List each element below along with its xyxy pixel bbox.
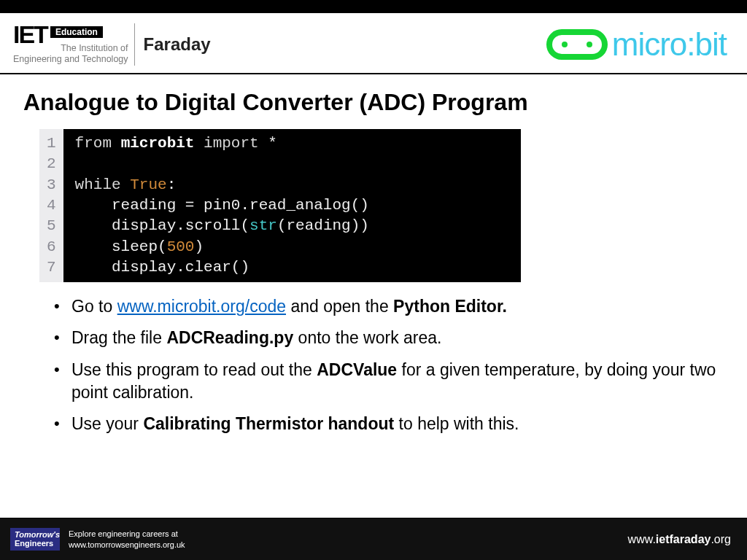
fn-str: str	[249, 217, 277, 234]
footer-left: Tomorrow's Engineers Explore engineering…	[10, 528, 185, 551]
te-url: www.tomorrowsengineers.org.uk	[69, 540, 185, 550]
text: onto the work area.	[293, 328, 441, 347]
code-line-5b: (reading))	[277, 217, 369, 234]
iet-logo: IET Education The Institution of Enginee…	[13, 25, 128, 64]
explore-careers-text: Explore engineering careers at	[69, 529, 185, 539]
kw-true: True	[130, 176, 166, 193]
line-gutter: 1 2 3 4 5 6 7	[39, 129, 63, 282]
code-body: from microbit import * while True: readi…	[63, 129, 521, 282]
faraday-wordmark: Faraday	[144, 34, 211, 55]
line-number: 5	[47, 216, 56, 236]
handout-label: Calibrating Thermistor handout	[143, 414, 394, 433]
education-badge: Education	[50, 26, 103, 38]
instruction-item: Use your Calibrating Thermistor handout …	[54, 413, 718, 435]
url-post: .org	[711, 533, 731, 545]
line-number: 1	[47, 133, 56, 154]
slide-content: Analogue to Digital Converter (ADC) Prog…	[0, 74, 747, 435]
microbit-code-link[interactable]: www.microbit.org/code	[117, 297, 286, 316]
code-line-4: reading = pin0.read_analog()	[75, 197, 369, 214]
instruction-item: Use this program to read out the ADCValu…	[54, 359, 718, 404]
code-editor: 1 2 3 4 5 6 7 from microbit import * whi…	[39, 129, 521, 282]
text: Go to	[71, 297, 117, 316]
code-line-6b: )	[194, 238, 204, 255]
logo-divider	[134, 23, 135, 66]
filename: ADCReading.py	[166, 328, 293, 347]
text: Use this program to read out the	[71, 360, 317, 379]
module-name: microbit	[121, 135, 195, 152]
colon: :	[167, 176, 177, 193]
url-pre: www.	[628, 533, 656, 545]
footer: Tomorrow's Engineers Explore engineering…	[0, 518, 747, 560]
code-line-5a: display.scroll(	[75, 217, 249, 234]
line-number: 7	[47, 257, 56, 278]
footer-explore-text: Explore engineering careers at www.tomor…	[69, 529, 185, 550]
code-line-7: display.clear()	[75, 259, 249, 276]
num-500: 500	[167, 238, 195, 255]
tomorrows-engineers-badge: Tomorrow's Engineers	[10, 528, 60, 551]
iet-subtitle: The Institution of Engineering and Techn…	[13, 43, 128, 64]
instruction-item: Drag the file ADCReading.py onto the wor…	[54, 327, 718, 349]
line-number: 6	[47, 237, 56, 257]
kw-import: import	[194, 135, 268, 152]
python-editor-label: Python Editor.	[393, 297, 507, 316]
footer-site-url: www.ietfaraday.org	[628, 533, 731, 546]
iet-logo-block: IET Education The Institution of Enginee…	[13, 23, 211, 66]
text: and open the	[286, 297, 393, 316]
te-tomorrows: Tomorrow's	[15, 530, 60, 539]
top-bar	[0, 0, 747, 13]
line-number: 4	[47, 195, 56, 216]
iet-sub-2: Engineering and Technology	[13, 54, 128, 64]
line-number: 3	[47, 175, 56, 195]
line-number: 2	[47, 154, 56, 174]
iet-mark-icon: IET	[13, 25, 47, 44]
kw-from: from	[75, 135, 121, 152]
code-line-6a: sleep(	[75, 238, 167, 255]
text: Use your	[71, 414, 143, 433]
header: IET Education The Institution of Enginee…	[0, 13, 747, 74]
iet-sub-1: The Institution of	[61, 43, 128, 53]
star: *	[268, 135, 277, 152]
te-engineers: Engineers	[15, 540, 55, 548]
instruction-list: Go to www.microbit.org/code and open the…	[23, 295, 724, 435]
instruction-item: Go to www.microbit.org/code and open the…	[54, 295, 718, 318]
microbit-text: micro:bit	[612, 26, 727, 63]
kw-while: while	[75, 176, 131, 193]
slide-title: Analogue to Digital Converter (ADC) Prog…	[23, 89, 724, 116]
microbit-icon	[546, 29, 608, 60]
text: to help with this.	[394, 414, 519, 433]
url-bold: ietfaraday	[656, 533, 711, 545]
adcvalue-label: ADCValue	[317, 360, 397, 379]
text: Drag the file	[71, 328, 166, 347]
microbit-logo: micro:bit	[546, 26, 727, 63]
